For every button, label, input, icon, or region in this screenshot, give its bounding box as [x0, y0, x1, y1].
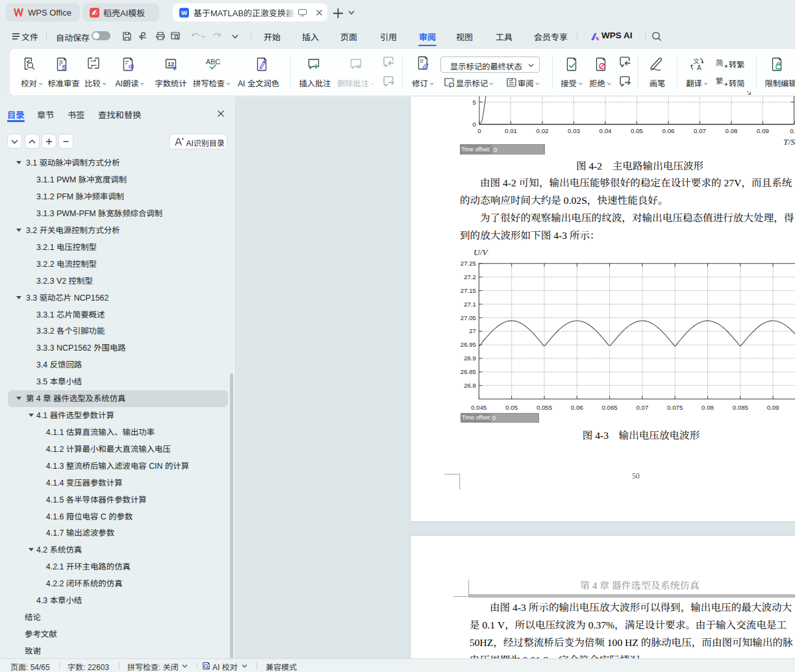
- svg-text:0: 0: [473, 121, 477, 128]
- svg-text:0.05: 0.05: [631, 127, 643, 134]
- svg-text:0.03: 0.03: [568, 127, 580, 134]
- svg-text:0.055: 0.055: [536, 404, 552, 411]
- svg-text:27.2: 27.2: [464, 273, 476, 280]
- svg-text:0.06: 0.06: [662, 127, 675, 134]
- svg-text:0.01: 0.01: [505, 127, 517, 134]
- svg-text:0.09: 0.09: [757, 127, 769, 134]
- svg-text:27.25: 27.25: [461, 260, 476, 267]
- svg-text:0: 0: [477, 127, 481, 134]
- svg-text:0.06: 0.06: [571, 404, 583, 411]
- svg-text:繁: 繁: [716, 76, 724, 86]
- svg-text:0.08: 0.08: [726, 127, 738, 134]
- svg-text:0.065: 0.065: [601, 404, 617, 411]
- svg-text:U/V: U/V: [473, 247, 489, 257]
- svg-text:0.085: 0.085: [733, 404, 748, 411]
- svg-text:27.05: 27.05: [461, 314, 476, 321]
- svg-text:12: 12: [168, 60, 175, 68]
- svg-text:0.1: 0.1: [790, 127, 795, 134]
- svg-text:27.1: 27.1: [464, 301, 476, 308]
- svg-text:简: 简: [716, 58, 724, 68]
- svg-text:0.02: 0.02: [536, 127, 549, 134]
- svg-text:0.045: 0.045: [471, 404, 486, 411]
- svg-text:26.9: 26.9: [464, 355, 476, 362]
- svg-text:5: 5: [473, 99, 476, 106]
- svg-text:27: 27: [469, 327, 476, 334]
- svg-text:26.85: 26.85: [461, 368, 476, 375]
- svg-text:0.07: 0.07: [694, 127, 706, 134]
- svg-text:0.08: 0.08: [701, 404, 714, 411]
- svg-text:0.05: 0.05: [505, 404, 518, 411]
- svg-text:26.8: 26.8: [464, 382, 476, 389]
- svg-text:A: A: [697, 64, 701, 71]
- svg-text:26.95: 26.95: [461, 341, 476, 348]
- svg-text:0.075: 0.075: [667, 404, 683, 411]
- svg-text:27.15: 27.15: [461, 287, 476, 294]
- svg-text:0.09: 0.09: [767, 404, 779, 411]
- svg-text:W: W: [181, 9, 187, 16]
- svg-text:ABC: ABC: [206, 58, 220, 66]
- svg-text:T/S: T/S: [783, 137, 795, 147]
- svg-text:0.04: 0.04: [599, 127, 612, 134]
- svg-text:0.07: 0.07: [636, 404, 648, 411]
